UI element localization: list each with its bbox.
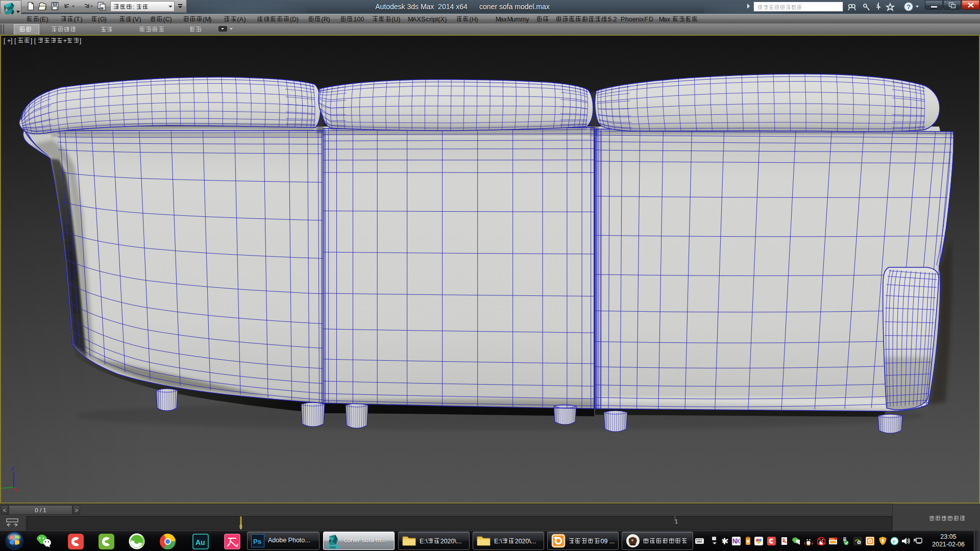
svg-text:): )	[80, 16, 82, 23]
svg-text:]: ]	[11, 37, 12, 44]
svg-text:]: ]	[80, 37, 81, 44]
svg-text:c: c	[426, 16, 429, 23]
svg-text:Au: Au	[195, 538, 205, 546]
svg-text:D: D	[649, 16, 653, 23]
svg-text:+: +	[63, 37, 67, 44]
svg-text:5: 5	[608, 16, 611, 23]
svg-text:.: .	[534, 538, 536, 545]
svg-text:E: E	[494, 538, 498, 545]
svg-text:H: H	[472, 16, 476, 23]
svg-text:A: A	[239, 16, 244, 23]
svg-text:Ps: Ps	[253, 538, 261, 545]
svg-text:z: z	[11, 465, 14, 471]
svg-text:y: y	[526, 16, 529, 23]
svg-text:): )	[328, 16, 330, 23]
svg-text:E: E	[42, 16, 46, 23]
svg-text:U: U	[394, 16, 398, 23]
svg-text:): )	[105, 16, 107, 23]
svg-text:o: o	[629, 16, 632, 23]
svg-text:u: u	[511, 16, 515, 23]
svg-text:0: 0	[601, 538, 604, 545]
svg-text:max: max	[329, 545, 336, 549]
svg-text:V: V	[135, 16, 139, 23]
svg-text:): )	[139, 16, 141, 23]
svg-text:N: N	[732, 538, 737, 545]
svg-text:): )	[445, 16, 447, 23]
svg-text:x: x	[504, 16, 507, 23]
svg-text:\: \	[500, 538, 502, 545]
svg-text:2: 2	[522, 538, 526, 545]
svg-text:[: [	[4, 37, 6, 44]
svg-text:1: 1	[354, 16, 357, 23]
svg-text:?: ?	[906, 3, 911, 11]
svg-text:2: 2	[515, 538, 519, 545]
svg-text:): )	[169, 16, 172, 23]
svg-text:X: X	[417, 16, 422, 23]
svg-text:S: S	[421, 16, 425, 23]
svg-text:.: .	[613, 538, 615, 545]
svg-text:.: .	[460, 538, 461, 545]
svg-text:D: D	[292, 16, 297, 23]
svg-text:\: \	[426, 538, 428, 545]
svg-text:C: C	[165, 16, 170, 23]
svg-text:m: m	[515, 16, 520, 23]
svg-text:]: ]	[31, 37, 32, 44]
svg-text:X: X	[440, 16, 445, 23]
svg-text:e: e	[893, 538, 896, 544]
svg-text:P: P	[621, 16, 625, 23]
svg-text:R: R	[324, 16, 328, 23]
svg-text:): )	[209, 16, 211, 23]
svg-text:2: 2	[440, 538, 444, 545]
svg-text:): )	[476, 16, 478, 23]
svg-text:): )	[398, 16, 400, 23]
svg-text:n: n	[636, 16, 640, 23]
svg-text:): )	[243, 16, 246, 23]
svg-text:9: 9	[604, 538, 608, 545]
svg-text:m: m	[521, 16, 526, 23]
svg-text:2: 2	[448, 538, 451, 545]
svg-text:F: F	[644, 16, 648, 23]
svg-text:): )	[297, 16, 299, 23]
svg-text:x: x	[667, 16, 671, 23]
svg-text:A: A	[412, 16, 417, 23]
svg-text:0: 0	[360, 16, 364, 23]
svg-text:E: E	[420, 538, 424, 545]
svg-text:2: 2	[613, 16, 617, 23]
svg-text:T: T	[76, 16, 80, 23]
svg-text::: :	[133, 4, 134, 11]
svg-text:[: [	[34, 37, 36, 44]
svg-text:): )	[46, 16, 48, 23]
svg-text:[: [	[14, 37, 16, 44]
svg-text:x: x	[641, 16, 644, 23]
